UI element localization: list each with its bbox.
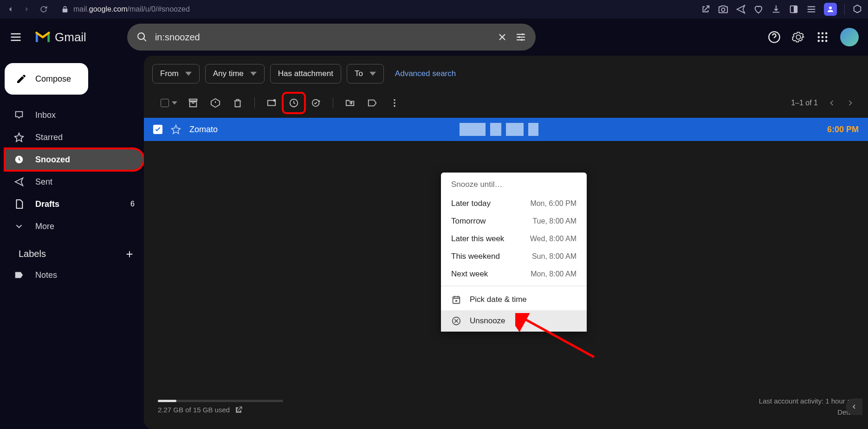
snooze-option-later-week[interactable]: Later this weekWed, 8:00 AM [441,230,587,248]
svg-point-12 [818,40,820,42]
gmail-logo[interactable]: Gmail [34,29,86,45]
filter-anytime[interactable]: Any time [205,64,265,83]
add-label-icon[interactable] [124,249,135,259]
mail-toolbar: 1–1 of 1 [144,88,868,118]
external-link-icon[interactable] [700,4,711,14]
download-icon[interactable] [771,4,781,14]
delete-button[interactable] [227,94,248,112]
svg-point-14 [825,40,828,42]
sidebar-item-drafts[interactable]: Drafts 6 [5,193,144,215]
add-task-button[interactable] [306,94,326,112]
svg-point-2 [522,33,524,35]
svg-point-13 [822,40,824,42]
back-icon[interactable] [6,5,15,14]
svg-point-17 [273,99,276,102]
browser-profile-button[interactable] [824,3,837,16]
filter-attachment[interactable]: Has attachment [270,64,341,83]
row-subject-redacted [460,123,538,136]
select-all[interactable] [152,99,181,107]
svg-point-3 [518,36,520,38]
svg-point-21 [394,102,395,104]
clear-search-icon[interactable] [497,32,508,43]
sidebar-item-snoozed[interactable]: Snoozed [5,148,144,171]
filter-from[interactable]: From [152,64,200,83]
chevron-down-icon [14,221,24,231]
chevron-down-icon [250,70,257,77]
row-star-icon[interactable] [171,124,181,134]
storage-text: 2.27 GB of 15 GB used [158,406,230,414]
mail-row[interactable]: Zomato 6:00 PM [144,118,868,141]
reader-icon[interactable] [789,4,799,14]
activity-info: Last account activity: 1 hour ago Detail… [759,396,859,418]
chevron-down-icon [185,70,192,77]
next-page-icon[interactable] [846,98,855,108]
forward-icon[interactable] [22,5,32,14]
snooze-menu-title: Snooze until… [441,173,587,195]
compose-button[interactable]: Compose [5,63,88,95]
advanced-search-link[interactable]: Advanced search [395,69,456,78]
snooze-menu: Snooze until… Later todayMon, 6:00 PM To… [441,173,587,332]
mark-unread-button[interactable] [261,94,282,112]
search-bar[interactable] [127,24,536,51]
svg-point-11 [825,36,828,38]
sidebar-item-starred[interactable]: Starred [5,126,144,148]
search-input[interactable] [155,32,489,43]
help-icon[interactable] [768,31,781,44]
reload-icon[interactable] [39,5,48,14]
send-icon[interactable] [736,4,746,14]
svg-point-6 [818,32,820,35]
filter-to[interactable]: To [347,64,384,83]
side-panel-toggle[interactable] [846,398,862,415]
svg-point-9 [818,36,820,38]
spam-button[interactable] [205,94,226,112]
svg-point-10 [822,36,824,38]
search-icon[interactable] [136,32,148,43]
snooze-button[interactable] [284,94,304,112]
snooze-option-later-today[interactable]: Later todayMon, 6:00 PM [441,195,587,212]
snooze-option-weekend[interactable]: This weekendSun, 8:00 AM [441,248,587,265]
snooze-unsnooze[interactable]: Unsnooze [441,310,587,332]
svg-point-20 [394,99,395,101]
more-button[interactable] [384,94,405,112]
draft-icon [14,199,24,209]
apps-icon[interactable] [816,31,829,44]
archive-button[interactable] [183,94,203,112]
extensions-icon[interactable] [852,4,862,14]
footer: 2.27 GB of 15 GB used am Policies Last a… [144,388,868,429]
calendar-icon [451,295,461,305]
chevron-down-icon [172,100,177,106]
gmail-header: Gmail [0,19,868,56]
details-link[interactable]: Details [759,407,859,418]
address-bar[interactable]: mail.google.com/mail/u/0/#snoozed [52,5,697,13]
cancel-icon [451,316,461,326]
prev-page-icon[interactable] [827,98,836,108]
open-icon[interactable] [234,406,243,414]
account-avatar[interactable] [840,28,859,46]
sidebar-item-sent[interactable]: Sent [5,171,144,193]
svg-rect-24 [455,300,457,302]
sidebar-item-inbox[interactable]: Inbox [5,104,144,126]
list-icon[interactable] [806,4,816,14]
browser-chrome: mail.google.com/mail/u/0/#snoozed [0,0,868,19]
pagination-range: 1–1 of 1 [791,99,818,107]
settings-icon[interactable] [792,31,805,44]
snooze-option-tomorrow[interactable]: TomorrowTue, 8:00 AM [441,212,587,230]
camera-icon[interactable] [718,4,728,14]
row-sender: Zomato [189,125,291,134]
row-checkbox[interactable] [153,125,162,134]
svg-point-22 [394,105,395,107]
label-icon [14,270,24,280]
row-time: 6:00 PM [827,125,859,134]
main-panel: From Any time Has attachment To Advanced… [144,56,868,429]
heart-icon[interactable] [753,4,764,14]
snooze-option-next-week[interactable]: Next weekMon, 8:00 AM [441,265,587,283]
move-to-button[interactable] [340,94,360,112]
sidebar-item-more[interactable]: More [5,215,144,237]
labels-button[interactable] [362,94,382,112]
chevron-down-icon [369,70,376,77]
snooze-pick-date[interactable]: Pick date & time [441,289,587,310]
clock-icon [14,154,24,165]
sidebar-label-notes[interactable]: Notes [5,264,144,286]
menu-icon[interactable] [9,31,22,44]
search-options-icon[interactable] [515,32,526,43]
